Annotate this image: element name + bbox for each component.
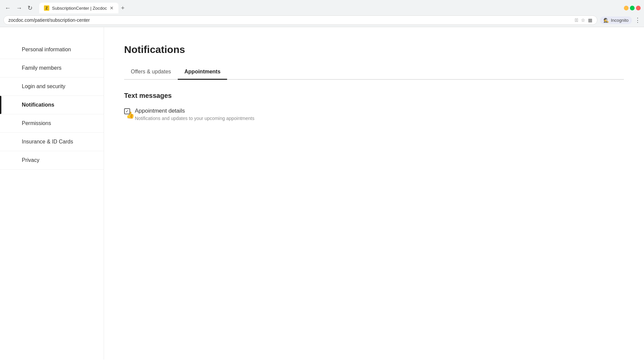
- sidebar-label-privacy: Privacy: [22, 157, 39, 163]
- tab-appointments[interactable]: Appointments: [178, 65, 227, 80]
- sidebar: Personal information Family members Logi…: [0, 27, 104, 360]
- tab-close-button[interactable]: ✕: [110, 5, 114, 11]
- tab-offers-updates[interactable]: Offers & updates: [124, 65, 178, 80]
- tab-title: SubscriptionCenter | Zocdoc: [52, 6, 107, 11]
- appointment-details-description: Notifications and updates to your upcomi…: [135, 116, 254, 121]
- tab-favicon: Z: [44, 5, 49, 11]
- address-bar[interactable]: zocdoc.com/patient/subscription-center 👁…: [3, 15, 597, 25]
- sidebar-item-insurance-id-cards[interactable]: Insurance & ID Cards: [0, 133, 104, 151]
- appointment-details-text: Appointment details Notifications and up…: [135, 108, 254, 121]
- cursor-hand-icon: 👍: [126, 111, 135, 119]
- sidebar-label-notifications: Notifications: [22, 102, 54, 108]
- new-tab-button[interactable]: +: [118, 3, 127, 13]
- browser-chrome: ← → ↻ Z SubscriptionCenter | Zocdoc ✕ + …: [0, 0, 644, 27]
- sidebar-item-personal-information[interactable]: Personal information: [0, 41, 104, 59]
- window-controls: [624, 6, 641, 10]
- notification-tabs: Offers & updates Appointments: [124, 65, 624, 80]
- appointment-details-row: 👍 Appointment details Notifications and …: [124, 108, 624, 121]
- back-button[interactable]: ←: [3, 3, 12, 13]
- incognito-label: Incognito: [611, 18, 629, 23]
- star-icon: ☆: [581, 17, 585, 23]
- url-text: zocdoc.com/patient/subscription-center: [8, 17, 573, 23]
- browser-menu-button[interactable]: ⋮: [635, 16, 641, 24]
- sidebar-item-privacy[interactable]: Privacy: [0, 151, 104, 170]
- maximize-button[interactable]: [630, 6, 635, 10]
- appointment-details-checkbox-wrap: 👍: [124, 108, 130, 114]
- address-bar-row: zocdoc.com/patient/subscription-center 👁…: [0, 13, 644, 27]
- forward-button[interactable]: →: [15, 3, 23, 13]
- sidebar-icon: ▦: [588, 17, 592, 23]
- minimize-button[interactable]: [624, 6, 629, 10]
- page-title: Notifications: [124, 44, 624, 55]
- main-content: Notifications Offers & updates Appointme…: [104, 27, 644, 360]
- section-title-text-messages: Text messages: [124, 92, 624, 100]
- tab-appointments-label: Appointments: [184, 69, 221, 74]
- sidebar-label-login-security: Login and security: [22, 83, 65, 89]
- appointment-details-label: Appointment details: [135, 108, 254, 114]
- appointment-details-checkbox[interactable]: 👍: [124, 108, 130, 114]
- sidebar-label-personal-information: Personal information: [22, 47, 71, 53]
- sidebar-label-permissions: Permissions: [22, 120, 51, 126]
- tab-offers-updates-label: Offers & updates: [131, 69, 171, 74]
- browser-tab[interactable]: Z SubscriptionCenter | Zocdoc ✕: [39, 3, 118, 13]
- eye-off-icon: 👁̸: [575, 17, 578, 23]
- address-bar-icons: 👁̸ ☆ ▦: [575, 17, 592, 23]
- sidebar-label-insurance-id-cards: Insurance & ID Cards: [22, 139, 73, 145]
- incognito-icon: 🕵: [603, 18, 609, 23]
- sidebar-item-notifications[interactable]: Notifications: [0, 96, 104, 114]
- sidebar-item-login-security[interactable]: Login and security: [0, 77, 104, 96]
- sidebar-item-family-members[interactable]: Family members: [0, 59, 104, 77]
- incognito-badge: 🕵 Incognito: [600, 16, 632, 24]
- sidebar-item-permissions[interactable]: Permissions: [0, 114, 104, 133]
- close-button[interactable]: [636, 6, 641, 10]
- reload-button[interactable]: ↻: [26, 3, 34, 13]
- browser-nav-controls: ← → ↻: [3, 3, 34, 13]
- sidebar-label-family-members: Family members: [22, 65, 61, 71]
- page-layout: Personal information Family members Logi…: [0, 27, 644, 360]
